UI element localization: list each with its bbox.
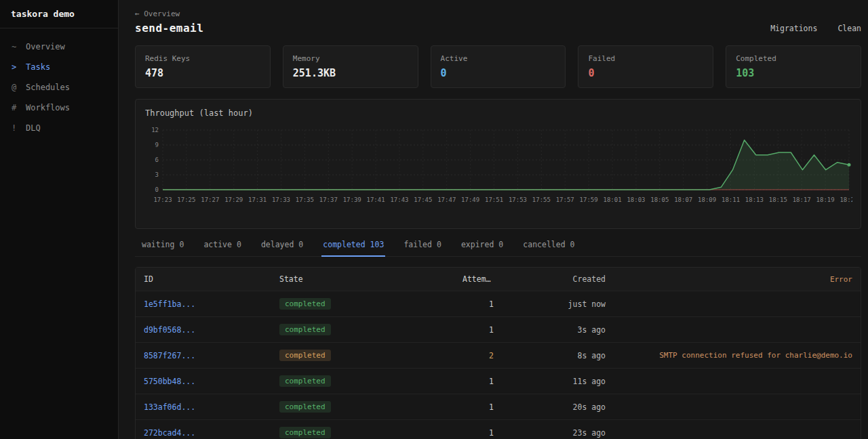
table-row: 1e5ff1ba...completed1just now (136, 291, 861, 316)
svg-text:18:15: 18:15 (769, 196, 787, 203)
stat-card-redis-keys: Redis Keys478 (135, 45, 271, 88)
latest-point-dot (848, 163, 851, 167)
attempt-cell: 1 (454, 293, 502, 316)
tasks-icon: > (12, 62, 20, 72)
sidebar-nav: ~Overview>Tasks@Schedules#Workflows!DLQ (0, 28, 118, 138)
svg-text:17:33: 17:33 (272, 196, 290, 203)
attempt-cell: 2 (454, 344, 502, 367)
task-id-link[interactable]: 1e5ff1ba... (144, 299, 195, 309)
tab-count: 0 (437, 240, 441, 249)
svg-text:17:27: 17:27 (201, 196, 219, 203)
tab-label: waiting (142, 240, 174, 249)
migrations-button[interactable]: Migrations (770, 24, 817, 33)
back-link[interactable]: ← Overview (135, 9, 180, 18)
task-id-link[interactable]: 8587f267... (144, 351, 195, 360)
state-badge: completed (279, 298, 331, 310)
error-cell (614, 426, 861, 439)
error-cell: SMTP connection refused for charlie@demo… (614, 344, 861, 367)
table-header-row: IDStateAttemptCreatedError (136, 268, 861, 291)
state-badge: completed (279, 401, 331, 413)
workflows-icon: # (12, 103, 20, 112)
stat-value: 0 (588, 67, 703, 79)
schedules-icon: @ (12, 83, 20, 92)
sidebar-item-schedules[interactable]: @Schedules (0, 77, 118, 98)
stat-label: Memory (293, 54, 408, 63)
svg-text:17:59: 17:59 (580, 196, 598, 203)
state-cell: completed (271, 369, 454, 394)
sidebar-item-label: Overview (26, 42, 65, 51)
error-cell (614, 400, 861, 414)
header-actions: MigrationsClean (770, 24, 861, 33)
svg-text:0: 0 (155, 186, 159, 193)
chart-title: Throughput (last hour) (145, 108, 851, 118)
col-header-created: Created (502, 268, 614, 291)
page-title: send-email (135, 22, 203, 35)
created-cell: 20s ago (502, 396, 614, 419)
tab-expired[interactable]: expired0 (460, 240, 505, 257)
task-id-link[interactable]: d9bf0568... (144, 325, 195, 335)
stat-label: Redis Keys (145, 54, 260, 63)
sidebar-item-workflows[interactable]: #Workflows (0, 98, 118, 118)
tab-delayed[interactable]: delayed0 (260, 240, 304, 257)
table-row: d9bf0568...completed13s ago (136, 316, 861, 342)
sidebar-item-label: DLQ (26, 123, 41, 133)
state-badge: completed (279, 375, 331, 387)
created-cell: 8s ago (502, 344, 614, 367)
svg-text:17:37: 17:37 (319, 196, 338, 203)
attempt-cell: 1 (454, 370, 502, 393)
state-cell: completed (271, 394, 454, 419)
svg-text:18:09: 18:09 (698, 196, 716, 203)
sidebar-item-label: Tasks (26, 62, 50, 72)
svg-text:18:05: 18:05 (650, 196, 669, 203)
sidebar-item-label: Workflows (26, 103, 70, 112)
svg-text:18:01: 18:01 (603, 196, 621, 203)
svg-text:18:03: 18:03 (627, 196, 645, 203)
attempt-cell: 1 (454, 396, 502, 419)
created-cell: 3s ago (502, 318, 614, 341)
clean-button[interactable]: Clean (837, 24, 861, 33)
svg-text:18:22: 18:22 (840, 196, 852, 203)
tab-completed[interactable]: completed103 (321, 240, 385, 257)
tab-count: 0 (237, 240, 241, 249)
svg-text:18:17: 18:17 (793, 196, 811, 203)
table-row: 8587f267...completed28s agoSMTP connecti… (136, 342, 861, 368)
task-id-link[interactable]: 272bcad4... (144, 428, 195, 438)
sidebar-item-dlq[interactable]: !DLQ (0, 118, 118, 138)
tab-failed[interactable]: failed0 (402, 240, 442, 257)
tab-label: failed (403, 240, 432, 249)
tab-active[interactable]: active0 (202, 240, 242, 257)
error-cell (614, 375, 861, 388)
tab-label: active (203, 240, 232, 249)
task-id-link[interactable]: 133af06d... (144, 402, 195, 412)
table-row: 272bcad4...completed123s ago (136, 419, 861, 439)
col-header-attempt: Attempt (454, 268, 502, 291)
svg-text:17:45: 17:45 (414, 196, 432, 203)
tab-label: completed (323, 240, 365, 249)
error-cell (614, 323, 861, 337)
tab-count: 103 (370, 240, 384, 249)
stat-label: Failed (588, 54, 703, 63)
sidebar-item-overview[interactable]: ~Overview (0, 37, 118, 57)
svg-text:3: 3 (155, 171, 159, 178)
tab-count: 0 (498, 240, 503, 249)
tab-count: 0 (179, 240, 184, 249)
tab-waiting[interactable]: waiting0 (140, 240, 185, 257)
sidebar-item-tasks[interactable]: >Tasks (0, 57, 118, 77)
created-cell: 11s ago (502, 370, 614, 393)
stat-value: 103 (736, 67, 851, 79)
stats-row: Redis Keys478Memory251.3KBActive0Failed0… (135, 45, 861, 88)
svg-text:17:53: 17:53 (509, 196, 527, 203)
id-cell: 133af06d... (136, 396, 271, 419)
table-body: 1e5ff1ba...completed1just nowd9bf0568...… (136, 291, 861, 439)
tab-label: expired (461, 240, 494, 249)
svg-text:17:49: 17:49 (461, 196, 479, 203)
sidebar: taskora demo ~Overview>Tasks@Schedules#W… (0, 0, 119, 439)
svg-text:17:31: 17:31 (248, 196, 267, 203)
attempt-cell: 1 (454, 421, 502, 439)
stat-value: 251.3KB (293, 67, 408, 79)
id-cell: d9bf0568... (136, 318, 271, 341)
state-cell: completed (271, 343, 454, 368)
task-id-link[interactable]: 5750bb48... (144, 377, 195, 386)
tab-cancelled[interactable]: cancelled0 (521, 240, 576, 257)
state-cell: completed (271, 420, 454, 439)
